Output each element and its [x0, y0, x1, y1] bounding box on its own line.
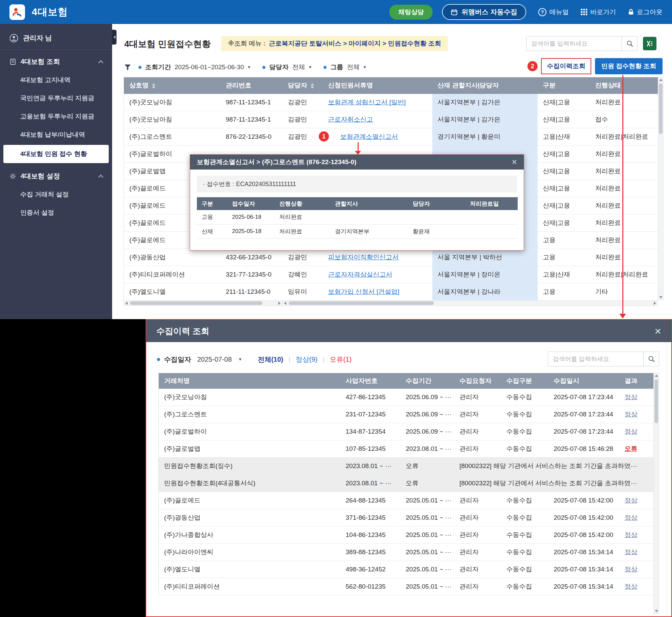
cell[interactable]: 오류	[619, 440, 654, 458]
vertical-scrollbar[interactable]	[658, 77, 664, 300]
cell[interactable]: 정상	[619, 578, 654, 595]
sidebar-item-pension-subsidy[interactable]: 국민연금 두루누리 지원금	[0, 89, 112, 107]
scroll-up-arrow[interactable]	[658, 77, 663, 82]
close-icon[interactable]: ×	[654, 325, 661, 337]
cell[interactable]: 보험가입 신청서 [건설업]	[323, 283, 432, 301]
screenshot-canvas: 4대보험 채팅상담 위맴버스 자동수집 ? 매뉴얼	[0, 0, 672, 617]
sidebar-item-payment-history[interactable]: 4대보험 납부/미납내역	[0, 126, 112, 144]
history-row[interactable]: 민원접수현황조회(징수)2023.08.01 ~ ···오류[80002322]…	[159, 458, 654, 475]
history-row[interactable]: (주)글로벌앱107-85-123452023.08.01 ~ ···관리자수동…	[159, 440, 654, 458]
scroll-up-arrow[interactable]	[654, 373, 659, 378]
history-row[interactable]: (주)굿모닝아침427-86-123452025.06.09 ~ ···관리자수…	[159, 389, 654, 406]
cell: 김광민	[283, 249, 323, 266]
cell[interactable]: 정상	[619, 544, 654, 561]
complaint-row[interactable]: (주)티티코퍼레이션321-77-12345-0강혜인근로자자격상실신고서서울지…	[124, 266, 658, 283]
complaint-row[interactable]: (주)광동산업432-66-12345-0김광민피보험자이직확인신고서서울 지역…	[124, 249, 658, 266]
cell[interactable]: 보험관계소멸신고서	[323, 128, 432, 146]
cell[interactable]: 정상	[619, 492, 654, 509]
excel-export-button[interactable]	[643, 37, 656, 50]
scroll-thumb[interactable]	[130, 301, 262, 305]
scroll-down-arrow[interactable]	[658, 295, 663, 300]
auto-collect-button[interactable]: 위맴버스 자동수집	[442, 4, 526, 20]
complaint-row[interactable]: (주)그로스멘트876-22-12345-0김광민보험관계소멸신고서경기지역본부…	[124, 128, 658, 146]
scroll-left-arrow[interactable]	[283, 301, 288, 306]
history-row[interactable]: (주)나라아이엔씨389-88-123452025.05.01 ~ ···관리자…	[159, 544, 654, 561]
cell[interactable]: 정상	[619, 389, 654, 406]
scroll-right-arrow[interactable]	[277, 301, 282, 306]
cell[interactable]: 정상	[619, 526, 654, 544]
history-row[interactable]: (주)엘도니엘498-36-124522025.05.01 ~ ···관리자수동…	[159, 561, 654, 578]
cell: 2025.05.01 ~ ···	[400, 509, 454, 526]
sort-icon[interactable]	[311, 83, 314, 88]
scroll-left-arrow[interactable]	[124, 301, 129, 306]
cell[interactable]: 피보험자이직확인신고서	[323, 249, 432, 266]
modal-search-input[interactable]	[548, 352, 643, 366]
cell: 관리자	[454, 578, 501, 595]
collect-date-dropdown[interactable]: 2025-07-08 ▼	[197, 356, 242, 363]
sidebar-item-certificate-settings[interactable]: 인증서 설정	[0, 204, 112, 222]
cell[interactable]: 정상	[619, 423, 654, 440]
cell: (주)끌로에드	[159, 492, 340, 509]
scroll-thumb[interactable]	[289, 301, 434, 305]
history-row[interactable]: (주)가나종합상사104-86-123452025.05.01 ~ ···관리자…	[159, 526, 654, 544]
tab-all[interactable]: 전체(10)	[258, 355, 283, 364]
history-row[interactable]: 민원접수현황조회(4대공통서식)2023.08.01 ~ ···오류[80002…	[159, 475, 654, 492]
collect-date-label: 수집일자	[164, 355, 191, 364]
col-header-collect-datetime: 수집일시	[548, 373, 619, 389]
cell: 2025-07-08 15:34:14	[548, 544, 619, 561]
history-row[interactable]: (주)광동산업371-86-123452025.05.01 ~ ···관리자수동…	[159, 509, 654, 526]
tab-error[interactable]: 오류(1)	[330, 355, 352, 364]
sidebar-section-settings[interactable]: 4대보험 설정	[0, 164, 112, 185]
cell: 2025.06.09 ~ ···	[400, 423, 454, 440]
shortcut-link[interactable]: 바로가기	[581, 8, 616, 17]
group-value-dropdown[interactable]: 전체 ▼	[347, 63, 367, 72]
horizontal-scrollbar-left[interactable]	[124, 300, 282, 306]
sidebar-item-complaint-status[interactable]: 4대보험 민원 접수 현황	[3, 145, 109, 163]
collect-history-button[interactable]: 수집이력조회	[542, 59, 591, 74]
complaint-status-inquiry-button[interactable]: 민원 접수현황 조회	[595, 58, 663, 74]
cell[interactable]: 정상	[619, 406, 654, 423]
cell: 산재|고용	[538, 180, 590, 197]
cell[interactable]: 근로자자격상실신고서	[323, 266, 432, 283]
scroll-thumb[interactable]	[659, 83, 663, 134]
sidebar-collapse-handle[interactable]	[112, 30, 117, 45]
period-value-dropdown[interactable]: 2025-06-01~2025-06-30 ▼	[175, 63, 251, 71]
popup-status-row[interactable]: 산재2025-05-18처리완료경기지역본부황윤재	[197, 224, 518, 238]
app-logo[interactable]	[9, 4, 25, 20]
cell[interactable]: 근로자취소신고	[323, 111, 432, 128]
horizontal-scrollbar-right[interactable]	[282, 300, 658, 306]
logout-link[interactable]: 로그아웃	[628, 8, 663, 17]
history-row[interactable]: (주)글로벌하이134-87-123542025.06.09 ~ ···관리자수…	[159, 423, 654, 440]
tab-normal[interactable]: 정상(9)	[295, 355, 317, 364]
modal-vertical-scrollbar[interactable]	[653, 373, 659, 614]
modal-search-button[interactable]	[643, 352, 659, 366]
scroll-right-arrow[interactable]	[652, 301, 657, 306]
col-header-result: 결과	[619, 373, 654, 389]
history-row[interactable]: (주)끌로에드264-88-123452025.05.01 ~ ···관리자수동…	[159, 492, 654, 509]
close-icon[interactable]: ×	[512, 158, 517, 167]
scroll-down-arrow[interactable]	[654, 609, 659, 614]
chat-consult-button[interactable]: 채팅상담	[389, 5, 433, 20]
history-row[interactable]: (주)티티코퍼레이션562-80-012352025.05.01 ~ ···관리…	[159, 578, 654, 595]
sort-icon[interactable]	[152, 83, 155, 88]
popup-status-row[interactable]: 고용2025-06-18처리완료	[197, 210, 518, 224]
cell[interactable]: 정상	[619, 561, 654, 578]
history-row[interactable]: (주)그로스멘트231-07-123452025.06.09 ~ ···관리자수…	[159, 406, 654, 423]
sidebar-item-employment-subsidy[interactable]: 고용보험 두루누리 지원금	[0, 107, 112, 126]
cell[interactable]: 보험관계 성립신고서 [일반]	[323, 94, 432, 111]
cell: 2025-07-08 17:23:44	[548, 406, 619, 423]
sidebar-item-notice-history[interactable]: 4대보험 고지내역	[0, 71, 112, 89]
sidebar-section-inquiry[interactable]: 4대보험 조회	[0, 50, 112, 71]
manager-value-dropdown[interactable]: 전체 ▼	[292, 63, 312, 72]
cell: (주)글로벌앱	[159, 440, 340, 458]
sidebar-item-client-settings[interactable]: 수집 거래처 설정	[0, 185, 112, 204]
cell: 371-86-12345	[340, 509, 400, 526]
search-input[interactable]	[526, 36, 622, 51]
search-button[interactable]	[622, 36, 637, 51]
complaint-row[interactable]: (주)굿모닝아침987-11-12345-1김광민보험관계 성립신고서 [일반]…	[124, 94, 658, 111]
complaint-row[interactable]: (주)굿모닝아침987-11-12345-1김광민근로자취소신고서울지역본부 |…	[124, 111, 658, 128]
cell[interactable]: 정상	[619, 509, 654, 526]
manual-link[interactable]: ? 매뉴얼	[538, 8, 569, 17]
scroll-thumb[interactable]	[654, 379, 658, 423]
complaint-row[interactable]: (주)엘도니엘211-11-12345-0임유미보험가입 신청서 [건설업]서울…	[124, 283, 658, 301]
